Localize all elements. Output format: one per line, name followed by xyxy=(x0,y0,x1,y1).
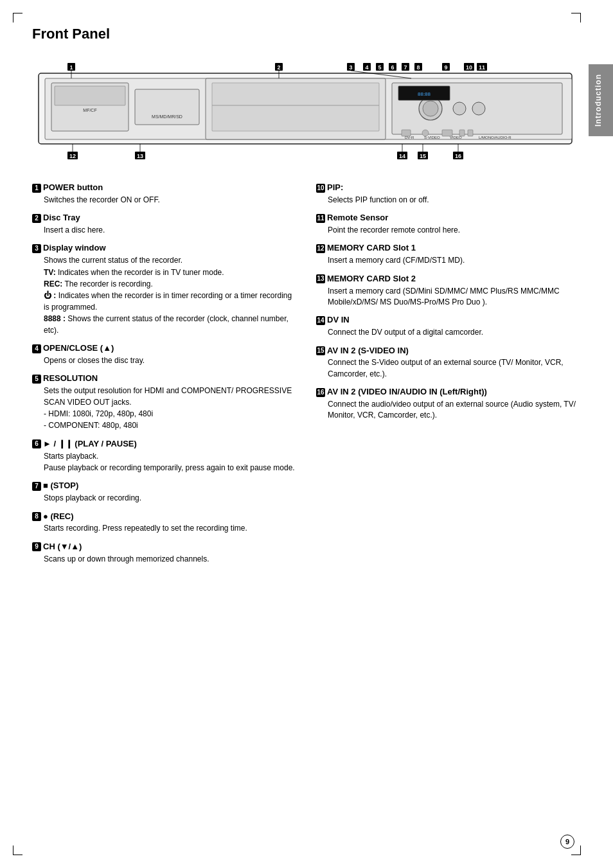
item-body: Opens or closes the disc tray. xyxy=(32,355,297,366)
sub-label: REC: xyxy=(44,279,62,288)
item-title: AV IN 2 (VIDEO IN/AUDIO IN (Left/Right)) xyxy=(327,387,487,396)
item-number: 11 xyxy=(316,214,325,223)
item-sub: Pause playback or recording temporarily,… xyxy=(32,463,297,474)
item-body: Insert a memory card (SD/Mini SD/MMC/ MM… xyxy=(316,286,581,308)
svg-text:14: 14 xyxy=(399,153,405,159)
item-number: 13 xyxy=(316,274,325,283)
descriptions: 1POWER buttonSwitches the recorder ON or… xyxy=(32,182,581,571)
svg-text:MF/CF: MF/CF xyxy=(83,108,96,112)
item-body: Shows the current status of the recorder… xyxy=(32,255,297,266)
item-number: 3 xyxy=(32,244,41,253)
item-body: Point the recorder remote control here. xyxy=(316,225,581,236)
svg-text:11: 11 xyxy=(479,64,485,71)
svg-text:16: 16 xyxy=(455,153,461,159)
svg-rect-24 xyxy=(459,130,465,136)
svg-text:MS/MD/MR/SD: MS/MD/MR/SD xyxy=(152,114,182,119)
item-number: 8 xyxy=(32,512,41,521)
item-sub: 8888 : Shows the current status of the r… xyxy=(32,314,297,336)
item-title: Display window xyxy=(43,243,106,252)
corner-bl xyxy=(13,846,22,855)
svg-point-22 xyxy=(422,130,429,136)
item-body: Connect the S-Video output of an externa… xyxy=(316,357,581,380)
corner-tl xyxy=(13,13,22,22)
item-title: DV IN xyxy=(327,315,350,324)
list-item: 15AV IN 2 (S-VIDEO IN)Connect the S-Vide… xyxy=(316,345,581,380)
svg-text:4: 4 xyxy=(365,64,368,71)
item-title: RESOLUTION xyxy=(43,373,98,383)
svg-text:8: 8 xyxy=(416,64,420,71)
item-body: Selects PIP function on or off. xyxy=(316,195,581,206)
list-item: 8● (REC)Starts recording. Press repeated… xyxy=(32,511,297,535)
sub-label: ⏻ : xyxy=(44,291,56,300)
list-item: 13MEMORY CARD Slot 2Insert a memory card… xyxy=(316,273,581,308)
item-sub: - HDMI: 1080i, 720p, 480p, 480i xyxy=(32,409,297,420)
list-item: 6► / ❙❙ (PLAY / PAUSE)Starts playback.Pa… xyxy=(32,438,297,474)
list-item: 3Display windowShows the current status … xyxy=(32,242,297,336)
svg-point-12 xyxy=(423,101,438,116)
item-number: 15 xyxy=(316,346,325,355)
page-number: 9 xyxy=(560,835,574,849)
item-sub: REC: The recorder is recording. xyxy=(32,279,297,290)
side-tab: Introduction xyxy=(589,64,613,136)
item-title: POWER button xyxy=(43,182,103,192)
list-item: 5RESOLUTIONSets the output resolution fo… xyxy=(32,373,297,431)
col-left: 1POWER buttonSwitches the recorder ON or… xyxy=(32,182,297,571)
item-number: 7 xyxy=(32,482,41,491)
item-title: CH (▼/▲) xyxy=(43,542,82,551)
item-title: PIP: xyxy=(327,182,343,192)
corner-br xyxy=(571,846,581,855)
svg-point-14 xyxy=(472,102,485,115)
item-number: 2 xyxy=(32,214,41,223)
item-title: Disc Tray xyxy=(43,213,80,222)
item-number: 5 xyxy=(32,375,41,384)
item-body: Stops playback or recording. xyxy=(32,493,297,504)
svg-rect-21 xyxy=(402,130,411,136)
list-item: 1POWER buttonSwitches the recorder ON or… xyxy=(32,182,297,206)
svg-text:88:88: 88:88 xyxy=(418,91,431,97)
sub-label: TV: xyxy=(44,268,56,277)
list-item: 7■ (STOP)Stops playback or recording. xyxy=(32,480,297,504)
item-title: AV IN 2 (S-VIDEO IN) xyxy=(327,346,409,355)
list-item: 9CH (▼/▲)Scans up or down through memori… xyxy=(32,541,297,565)
item-body: Starts recording. Press repeatedly to se… xyxy=(32,523,297,534)
list-item: 2Disc TrayInsert a disc here. xyxy=(32,212,297,236)
item-number: 1 xyxy=(32,184,41,193)
item-sub: - COMPONENT: 480p, 480i xyxy=(32,420,297,431)
svg-text:13: 13 xyxy=(137,153,143,159)
svg-point-13 xyxy=(453,102,466,115)
svg-text:5: 5 xyxy=(378,64,381,71)
diagram-svg: MF/CF MS/MD/MR/SD 88:88 DV-R S-VIDEO xyxy=(32,54,585,166)
svg-rect-5 xyxy=(135,89,199,125)
item-title: ■ (STOP) xyxy=(43,481,78,490)
item-body: Insert a memory card (CF/MD/ST1 MD). xyxy=(316,255,581,266)
svg-text:L/MONO/AUDIO-R: L/MONO/AUDIO-R xyxy=(479,136,511,139)
svg-text:7: 7 xyxy=(404,64,407,71)
item-title: MEMORY CARD Slot 2 xyxy=(327,274,416,283)
svg-text:15: 15 xyxy=(420,153,426,159)
item-body: Switches the recorder ON or OFF. xyxy=(32,195,297,206)
svg-text:10: 10 xyxy=(466,64,472,71)
item-title: MEMORY CARD Slot 1 xyxy=(327,243,416,252)
item-number: 16 xyxy=(316,388,325,397)
item-sub: TV: Indicates when the recorder is in TV… xyxy=(32,267,297,278)
item-body: Insert a disc here. xyxy=(32,225,297,236)
item-body: Sets the output resolution for HDMI and … xyxy=(32,385,297,408)
item-title: Remote Sensor xyxy=(327,213,388,222)
list-item: 4OPEN/CLOSE (▲)Opens or closes the disc … xyxy=(32,342,297,366)
corner-tr xyxy=(571,13,581,22)
item-title: ● (REC) xyxy=(43,511,74,521)
list-item: 16AV IN 2 (VIDEO IN/AUDIO IN (Left/Right… xyxy=(316,386,581,421)
page-title: Front Panel xyxy=(32,26,581,42)
item-title: OPEN/CLOSE (▲) xyxy=(43,343,114,353)
svg-text:2: 2 xyxy=(277,64,280,71)
item-title: ► / ❙❙ (PLAY / PAUSE) xyxy=(43,439,137,448)
item-body: Starts playback. xyxy=(32,451,297,462)
list-item: 11Remote SensorPoint the recorder remote… xyxy=(316,212,581,236)
svg-text:6: 6 xyxy=(391,64,394,71)
item-number: 4 xyxy=(32,344,41,353)
item-body: Connect the DV output of a digital camco… xyxy=(316,327,581,338)
svg-rect-8 xyxy=(212,83,379,131)
item-number: 6 xyxy=(32,439,41,448)
list-item: 14DV INConnect the DV output of a digita… xyxy=(316,314,581,338)
front-panel-diagram: MF/CF MS/MD/MR/SD 88:88 DV-R S-VIDEO xyxy=(32,54,581,166)
